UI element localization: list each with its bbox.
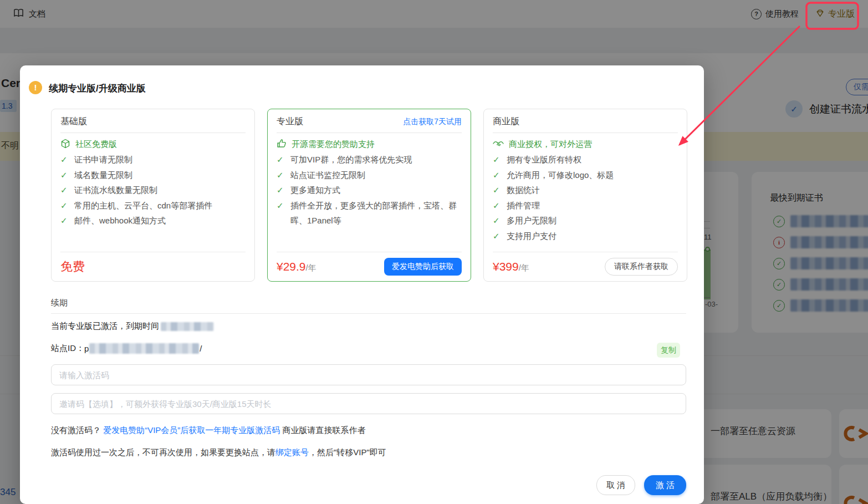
check-icon	[60, 182, 69, 198]
check-icon	[493, 213, 501, 228]
plan-name: 基础版	[60, 116, 87, 128]
modal-title: 续期专业版/升级商业版	[49, 82, 146, 95]
check-icon	[277, 152, 285, 167]
sponsor-get-button[interactable]: 爱发电赞助后获取	[384, 258, 462, 276]
redacted-expiry-date	[161, 322, 214, 331]
renew-divider	[51, 313, 686, 314]
check-icon	[493, 198, 501, 213]
plan-headline: 开源需要您的赞助支持	[292, 139, 375, 150]
check-icon	[493, 182, 501, 198]
plan-card-basic: 基础版 社区免费版 证书申请无限制 域名数量无限制 证书流水线数量无限制 常用的…	[51, 109, 255, 282]
check-icon	[60, 167, 69, 183]
activation-code-input[interactable]	[51, 364, 686, 385]
plan-headline: 商业授权，可对外运营	[509, 139, 592, 150]
cancel-button[interactable]: 取 消	[596, 475, 635, 495]
help-line: 没有激活码？ 爱发电赞助“VIP会员”后获取一年期专业版激活码 商业版请直接联系…	[51, 425, 366, 436]
check-icon	[493, 228, 501, 244]
plan-feature-list: 证书申请无限制 域名数量无限制 证书流水线数量无限制 常用的主机、云平台、cdn…	[60, 152, 246, 252]
check-icon	[60, 213, 69, 228]
activation-status: 当前专业版已激活，到期时间	[51, 321, 214, 332]
bind-account-link[interactable]: 绑定账号	[275, 447, 309, 457]
copy-button[interactable]: 复制	[657, 343, 680, 358]
plan-card-business: 商业版 商业授权，可对外运营 拥有专业版所有特权 允许商用，可修改logo、标题…	[483, 109, 687, 282]
check-icon	[277, 182, 285, 198]
page: 文档 使用教程 专业版 Cer 1.3 不明 345 仅需	[0, 0, 868, 504]
upgrade-modal: 续期专业版/升级商业版 基础版 社区免费版 证书申请无限制 域名数量无限制 证书…	[20, 65, 704, 504]
trial-link[interactable]: 点击获取7天试用	[403, 117, 462, 127]
plan-card-pro: 专业版 点击获取7天试用 开源需要您的赞助支持 可加VIP群，您的需求将优先实现…	[267, 109, 471, 282]
plan-cards: 基础版 社区免费版 证书申请无限制 域名数量无限制 证书流水线数量无限制 常用的…	[51, 109, 687, 282]
plan-price: ¥29.9/年	[277, 260, 316, 273]
plan-feature-list: 可加VIP群，您的需求将优先实现 站点证书监控无限制 更多通知方式 插件全开放，…	[277, 152, 462, 252]
check-icon	[60, 198, 69, 213]
plan-price-free: 免费	[60, 258, 85, 275]
activate-button[interactable]: 激 活	[644, 475, 686, 495]
renew-section-label: 续期	[51, 298, 68, 308]
handshake-icon	[493, 139, 504, 150]
warning-icon	[29, 81, 42, 94]
check-icon	[60, 152, 69, 167]
check-icon	[493, 167, 501, 183]
note-line: 激活码使用过一次之后，不可再次使用，如果要更换站点，请绑定账号，然后"转移VIP…	[51, 447, 386, 458]
redacted-site-id	[89, 343, 199, 354]
thumbs-up-icon	[277, 139, 287, 150]
cube-icon	[60, 139, 70, 150]
plan-name: 商业版	[493, 116, 519, 128]
check-icon	[277, 198, 285, 228]
invite-code-input[interactable]	[51, 393, 686, 414]
check-icon	[277, 167, 285, 183]
check-icon	[493, 152, 501, 167]
plan-price: ¥399/年	[493, 260, 529, 273]
plan-name: 专业版	[277, 116, 303, 128]
sponsor-link[interactable]: 爱发电赞助“VIP会员”后获取一年期专业版激活码	[103, 425, 280, 435]
site-id-row: 站点ID： p /	[51, 343, 202, 354]
contact-author-button[interactable]: 请联系作者获取	[605, 258, 678, 276]
plan-headline: 社区免费版	[75, 139, 117, 150]
modal-footer: 取 消 激 活	[596, 475, 686, 495]
plan-feature-list: 拥有专业版所有特权 允许商用，可修改logo、标题 数据统计 插件管理 多用户无…	[493, 152, 678, 252]
